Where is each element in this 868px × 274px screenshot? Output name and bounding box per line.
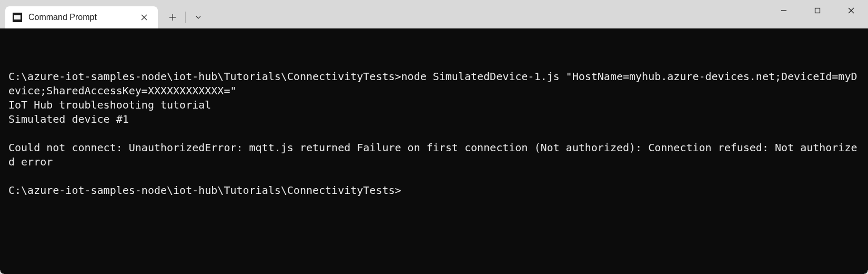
terminal-blank-line — [8, 169, 860, 183]
plus-icon — [169, 14, 176, 21]
window-controls — [767, 0, 868, 21]
tab-title: Command Prompt — [28, 13, 130, 22]
new-tab-button[interactable] — [161, 7, 184, 27]
chevron-down-icon — [195, 14, 202, 21]
tab-dropdown-button[interactable] — [187, 7, 210, 27]
maximize-button[interactable] — [801, 0, 834, 21]
tab-actions — [161, 6, 210, 28]
maximize-icon — [814, 7, 821, 14]
terminal-line: Simulated device #1 — [8, 112, 860, 126]
terminal-line: C:\azure-iot-samples-node\iot-hub\Tutori… — [8, 183, 860, 198]
terminal-blank-line — [8, 126, 860, 141]
title-bar: Command Prompt — [0, 0, 868, 28]
terminal-output[interactable]: C:\azure-iot-samples-node\iot-hub\Tutori… — [0, 28, 868, 274]
minimize-icon — [780, 7, 788, 14]
close-icon — [847, 7, 855, 14]
divider — [185, 12, 186, 23]
terminal-line: Could not connect: UnauthorizedError: mq… — [8, 141, 860, 169]
close-icon — [141, 14, 147, 21]
svg-rect-5 — [815, 8, 820, 13]
terminal-line: C:\azure-iot-samples-node\iot-hub\Tutori… — [8, 70, 860, 98]
window-close-button[interactable] — [834, 0, 868, 21]
tab-close-button[interactable] — [137, 10, 152, 25]
terminal-window: Command Prompt — [0, 0, 868, 274]
tab-command-prompt[interactable]: Command Prompt — [5, 6, 158, 28]
terminal-line: IoT Hub troubleshooting tutorial — [8, 98, 860, 112]
minimize-button[interactable] — [767, 0, 801, 21]
command-prompt-icon — [13, 13, 22, 22]
